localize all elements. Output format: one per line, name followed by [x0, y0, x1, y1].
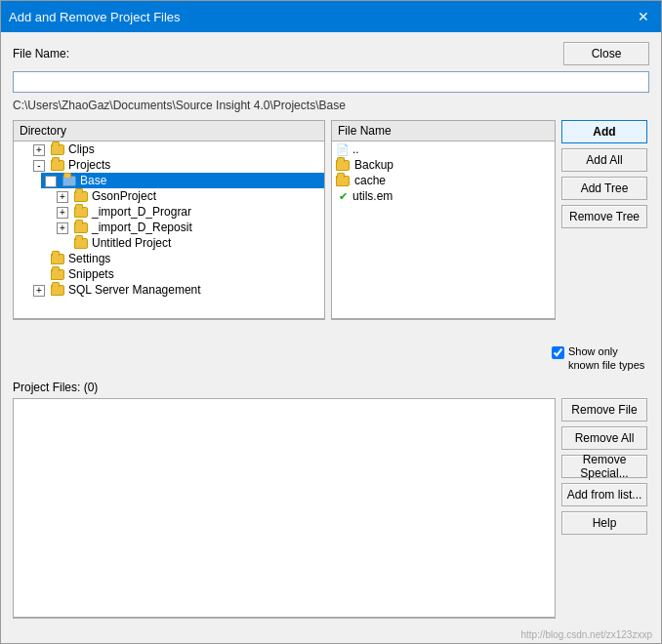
- add-from-list-button[interactable]: Add from list...: [561, 483, 647, 506]
- directory-panel-header: Directory: [13, 120, 325, 141]
- project-files-label: Project Files: (0): [13, 381, 556, 394]
- file-item-cache[interactable]: cache: [332, 173, 555, 188]
- close-button[interactable]: Close: [563, 42, 649, 65]
- green-check-icon: ✔: [339, 190, 348, 203]
- tree-item-clips[interactable]: + Clips: [29, 141, 324, 157]
- add-all-button[interactable]: Add All: [561, 148, 647, 172]
- filename-panel: 📄 .. Backup cache ✔ u: [331, 141, 556, 319]
- add-tree-button[interactable]: Add Tree: [561, 177, 647, 200]
- file-name-input[interactable]: [13, 71, 649, 93]
- file-name-label: File Name:: [13, 47, 69, 60]
- dotdot-icon: 📄: [336, 143, 350, 156]
- tree-item-import-d-repo[interactable]: + _import_D_Reposit: [53, 220, 324, 235]
- filename-hscroll[interactable]: [331, 319, 556, 335]
- title-bar: Add and Remove Project Files ✕: [1, 1, 661, 32]
- file-item-backup[interactable]: Backup: [332, 157, 555, 173]
- tree-item-projects[interactable]: - Projects: [29, 157, 324, 173]
- current-path: C:\Users\ZhaoGaz\Documents\Source Insigh…: [13, 99, 649, 112]
- add-button[interactable]: Add: [561, 120, 647, 143]
- tree-item-sql[interactable]: + SQL Server Management: [29, 282, 324, 298]
- tree-item-gsonproject[interactable]: + GsonProject: [53, 188, 324, 204]
- tree-item-untitled[interactable]: Untitled Project: [53, 235, 324, 251]
- folder-icon: [336, 160, 350, 171]
- close-window-button[interactable]: ✕: [634, 7, 653, 26]
- tree-item-import-d-prog[interactable]: + _import_D_Prograr: [53, 204, 324, 220]
- filename-panel-header: File Name: [331, 120, 556, 141]
- remove-all-button[interactable]: Remove All: [561, 426, 647, 450]
- folder-icon-2: [336, 176, 350, 186]
- directory-panel: + Clips - Projects - Base: [13, 141, 325, 319]
- tree-item-settings[interactable]: Settings: [29, 251, 324, 266]
- tree-item-snippets[interactable]: Snippets: [29, 266, 324, 282]
- show-only-label: Show only known file types: [568, 344, 649, 373]
- remove-file-button[interactable]: Remove File: [561, 398, 647, 422]
- tree-item-base[interactable]: - Base: [41, 173, 324, 188]
- file-item-utils[interactable]: ✔ utils.em: [332, 188, 555, 204]
- project-hscroll[interactable]: [13, 618, 556, 633]
- show-only-checkbox[interactable]: [552, 346, 564, 359]
- remove-special-button[interactable]: Remove Special...: [561, 455, 647, 478]
- directory-hscroll[interactable]: [13, 319, 325, 335]
- file-item-dotdot[interactable]: 📄 ..: [332, 141, 555, 157]
- remove-tree-button[interactable]: Remove Tree: [561, 205, 647, 228]
- dialog-title: Add and Remove Project Files: [9, 10, 181, 24]
- project-files-panel: [13, 398, 556, 618]
- help-button[interactable]: Help: [561, 511, 647, 535]
